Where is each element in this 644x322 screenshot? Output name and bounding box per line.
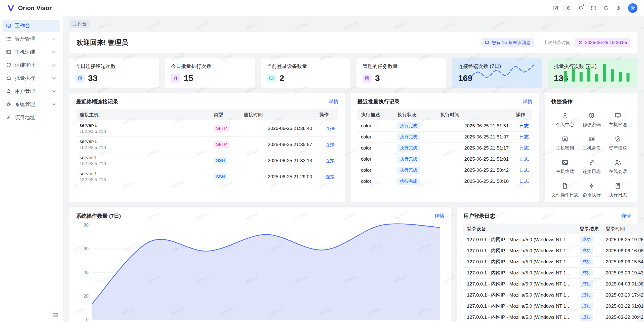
terminal-records-detail-link[interactable]: 详情: [329, 98, 338, 105]
connect-time: 2025-06-25 21:36:40: [240, 120, 316, 136]
app-brand[interactable]: Orion Visor: [7, 4, 52, 12]
table-row: 127.0.0.1 - 内网IP - Mozilla/5.0 (Windows …: [463, 267, 644, 278]
doc-list-icon: [615, 183, 621, 189]
shield-icon: [6, 62, 11, 68]
collapse-sidebar-icon[interactable]: [52, 312, 59, 318]
login-result-badge: 成功: [580, 280, 593, 287]
terminal-icon: [562, 159, 568, 166]
login-result-badge: 成功: [580, 258, 593, 265]
check-square-icon[interactable]: [550, 3, 561, 13]
sidebar-item-label: 项目地址: [15, 114, 35, 121]
gear-icon[interactable]: [613, 3, 624, 13]
sidebar-item-label: 用户管理: [15, 88, 35, 95]
clock-icon: [578, 40, 583, 45]
exec-time: 2025-06-25 21:50:10: [437, 176, 512, 187]
sidebar-item-assets[interactable]: 资产管理: [3, 33, 60, 45]
login-result-badge: 成功: [580, 247, 593, 254]
host-name: server-1: [79, 171, 207, 176]
quick-op-host-management[interactable]: 主机管理: [605, 112, 631, 128]
table-row: color 执行完成 2025-06-25 21:51:37 日志: [357, 131, 532, 142]
quick-op-file-operation-logs[interactable]: 文件操作日志: [551, 183, 579, 198]
ops-chart-card: 系统操作数量 (7日) 详情 0204060802025-06-192025-0…: [69, 207, 451, 322]
login-time: 2025-03-22 00:42:34: [602, 312, 644, 322]
quick-op-host-identity[interactable]: 主机身份: [579, 136, 605, 151]
status-badge: 执行完成: [397, 145, 420, 151]
protocol-tag: SFTP: [214, 125, 229, 132]
sidebar-item-project-url[interactable]: 项目地址: [3, 111, 60, 123]
login-device: 127.0.0.1 - 内网IP - Mozilla/5.0 (Windows …: [467, 314, 573, 320]
shield-icon: [588, 112, 595, 119]
sidebar-item-workbench[interactable]: 工作台: [3, 20, 60, 32]
login-logs-table: 登录设备 登录结果 登录时间 127.0.0.1 - 内网IP - Mozill…: [463, 224, 644, 322]
batch-sparkline-bars: [561, 62, 632, 82]
quick-op-personal-center[interactable]: 个人中心: [551, 112, 579, 128]
quick-ops-card: 快捷操作 个人中心 修改密码 主机管理: [545, 93, 637, 202]
breadcrumb-workbench[interactable]: 工作台: [69, 20, 90, 28]
sidebar-item-users[interactable]: 用户管理: [3, 85, 60, 97]
exec-desc: color: [357, 120, 394, 131]
quick-op-host-keys[interactable]: 主机密钥: [551, 136, 579, 151]
terminal-records-table: 连接主机 类型 连接时间 操作 server-1182.92.5.218 SFT…: [76, 109, 338, 185]
quick-op-asset-authorization[interactable]: 资产授权: [605, 136, 631, 151]
login-logs-detail-link[interactable]: 详情: [621, 213, 631, 219]
status-badge: 执行完成: [397, 178, 420, 185]
log-link[interactable]: 日志: [519, 156, 529, 162]
sidebar-item-system[interactable]: 系统管理: [3, 98, 60, 110]
last-login-time-chip: 2025-06-25 19:26:55: [575, 38, 630, 47]
user-icon: [6, 89, 11, 94]
batch-records-detail-link[interactable]: 详情: [523, 98, 532, 105]
svg-text:40: 40: [84, 270, 89, 275]
sun-icon[interactable]: [563, 3, 574, 13]
stat-card-tasks: 管理的任务数量 3: [356, 58, 446, 88]
quick-op-change-password[interactable]: 修改密码: [579, 112, 605, 128]
braces-icon: {}: [171, 74, 180, 83]
batch-records-table: 执行描述 执行状态 执行时间 操作 color 执行完成 2025-06-25 …: [357, 109, 532, 187]
connect-link[interactable]: 连接: [325, 174, 335, 179]
login-device: 127.0.0.1 - 内网IP - Mozilla/5.0 (Windows …: [467, 281, 573, 287]
monitor-icon: [615, 112, 621, 119]
table-row: 127.0.0.1 - 内网IP - Mozilla/5.0 (Windows …: [463, 234, 644, 245]
notification-dot: [582, 4, 585, 6]
card-title: 用户登录日志: [463, 212, 495, 220]
log-link[interactable]: 日志: [519, 167, 529, 173]
monitor-icon: [267, 74, 276, 83]
quick-op-command-exec[interactable]: 命令执行: [579, 183, 605, 198]
stat-card-batch-7d: 批量执行次数 (7日) 136: [548, 58, 637, 88]
quick-op-connection-logs[interactable]: 连接日志: [579, 159, 605, 174]
connect-time: 2025-06-25 21:35:57: [240, 136, 316, 153]
connect-link[interactable]: 连接: [325, 126, 335, 131]
avatar[interactable]: 管: [628, 3, 637, 13]
system-operations-area-chart: 0204060802025-06-192025-06-202025-06-212…: [76, 222, 444, 322]
status-badge: 执行完成: [397, 167, 420, 173]
bell-icon[interactable]: [576, 3, 586, 13]
chevron-down-icon: [51, 102, 57, 107]
welcome-title: 欢迎回来! 管理员: [76, 38, 128, 47]
log-link[interactable]: 日志: [519, 123, 529, 128]
login-result-badge: 成功: [580, 303, 593, 309]
login-device: 127.0.0.1 - 内网IP - Mozilla/5.0 (Windows …: [467, 247, 573, 254]
log-link[interactable]: 日志: [519, 145, 529, 151]
connect-link[interactable]: 连接: [325, 142, 335, 147]
unread-messages-chip[interactable]: 您有 15 条未读消息: [481, 38, 534, 47]
exec-desc: color: [357, 154, 394, 165]
quick-op-host-terminal[interactable]: 主机终端: [551, 159, 579, 174]
log-link[interactable]: 日志: [519, 178, 529, 184]
quick-op-online-sessions[interactable]: 在线会话: [605, 159, 631, 174]
idcard-icon: [588, 136, 595, 142]
login-time: 2025-04-03 01:36:58: [602, 278, 644, 290]
users-icon: [615, 159, 621, 166]
sidebar-item-label: 主机运维: [15, 49, 35, 55]
sidebar-item-audit[interactable]: 运维审计: [3, 59, 60, 71]
fullscreen-icon[interactable]: [588, 3, 599, 13]
sidebar-item-host-ops[interactable]: 主机运维: [3, 46, 60, 58]
connect-link[interactable]: 连接: [325, 158, 335, 163]
ops-chart-detail-link[interactable]: 详情: [435, 213, 444, 219]
connect-time: 2025-06-25 21:33:13: [240, 153, 316, 169]
table-header-row: 执行描述 执行状态 执行时间 操作: [357, 109, 532, 120]
refresh-icon[interactable]: [601, 3, 611, 13]
table-row: server-1182.92.5.218 SSH 2025-06-25 21:2…: [76, 169, 338, 185]
quick-op-exec-logs[interactable]: 执行日志: [605, 183, 631, 198]
login-time: 2025-03-29 17:42:50: [602, 290, 644, 301]
sidebar-item-batch-exec[interactable]: 批量执行: [3, 72, 60, 84]
log-link[interactable]: 日志: [519, 134, 529, 139]
